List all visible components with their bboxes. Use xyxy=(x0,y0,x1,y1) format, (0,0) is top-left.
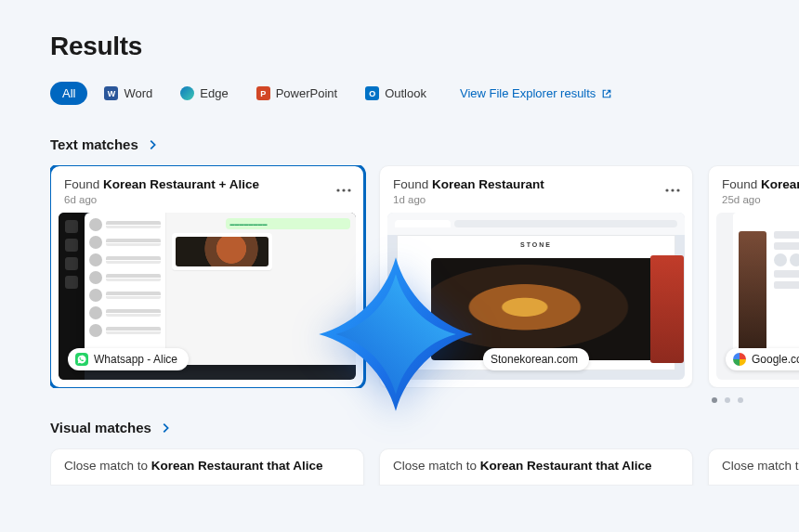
more-button[interactable] xyxy=(662,183,683,198)
filter-powerpoint-label: PowerPoint xyxy=(276,86,337,100)
card-head: Found Korean Restaurant + Alice 6d ago xyxy=(51,166,363,213)
visual-card-2[interactable]: Close match to K xyxy=(708,448,799,486)
filter-row: All W Word Edge P PowerPoint O Outlook V… xyxy=(50,82,799,105)
card-title: Found Korean Re xyxy=(722,177,799,191)
filter-all[interactable]: All xyxy=(50,82,87,105)
source-label: Google.co xyxy=(752,353,799,366)
source-pill: Stonekorean.com xyxy=(483,348,589,370)
filter-edge[interactable]: Edge xyxy=(169,82,239,105)
page-dot-1[interactable] xyxy=(725,397,730,403)
text-card-row: Found Korean Restaurant + Alice 6d ago xyxy=(50,165,799,388)
card-title-match: Korean Restaurant that Alice xyxy=(480,459,652,473)
visual-card-0[interactable]: Close match to Korean Restaurant that Al… xyxy=(50,448,364,486)
filter-word-label: Word xyxy=(124,86,152,100)
source-label: Whatsapp - Alice xyxy=(94,353,177,366)
visual-matches-heading[interactable]: Visual matches xyxy=(50,420,799,435)
card-thumbnail: Google.co xyxy=(716,213,799,380)
card-thumbnail: STONE Stonekorean.com xyxy=(387,213,685,380)
source-pill: Whatsapp - Alice xyxy=(68,348,189,370)
card-title-prefix: Close match to xyxy=(722,459,799,473)
card-title-prefix: Found xyxy=(393,177,432,191)
card-title-match: Korean Re xyxy=(761,177,799,191)
file-explorer-link-label: View File Explorer results xyxy=(460,86,596,100)
page-dot-0[interactable] xyxy=(712,397,717,403)
word-icon: W xyxy=(104,86,118,100)
card-title-match: Korean Restaurant + Alice xyxy=(103,177,259,191)
svg-point-5 xyxy=(676,188,679,191)
text-card-0[interactable]: Found Korean Restaurant + Alice 6d ago xyxy=(50,165,364,388)
visual-matches-section: Visual matches Close match to Korean Res… xyxy=(50,420,799,486)
svg-point-4 xyxy=(671,188,674,191)
card-title-prefix: Found xyxy=(722,177,761,191)
card-title-prefix: Found xyxy=(64,177,103,191)
pagination-dots[interactable] xyxy=(50,397,799,403)
card-title-match: Korean Restaurant that Alice xyxy=(151,459,323,473)
more-icon xyxy=(665,188,680,192)
card-thumbnail: ▬▬▬▬▬▬▬▬ Whatsapp - Alice xyxy=(59,213,356,380)
page-title: Results xyxy=(50,32,799,61)
filter-word[interactable]: W Word xyxy=(93,82,164,105)
filter-edge-label: Edge xyxy=(200,86,228,100)
filter-powerpoint[interactable]: P PowerPoint xyxy=(245,82,348,105)
text-card-2[interactable]: Found Korean Re 25d ago xyxy=(708,165,799,388)
filter-outlook[interactable]: O Outlook xyxy=(354,82,438,105)
text-matches-heading[interactable]: Text matches xyxy=(50,136,799,152)
external-link-icon xyxy=(601,88,612,99)
more-icon xyxy=(336,188,351,192)
outlook-icon: O xyxy=(365,86,379,100)
card-head: Found Korean Restaurant 1d ago xyxy=(380,166,692,213)
text-card-1[interactable]: Found Korean Restaurant 1d ago STONE Sto… xyxy=(379,165,693,388)
powerpoint-icon: P xyxy=(256,86,270,100)
site-brand: STONE xyxy=(520,241,552,248)
card-title: Found Korean Restaurant xyxy=(393,177,679,191)
more-button[interactable] xyxy=(334,183,354,198)
card-title-prefix: Close match to xyxy=(393,459,480,473)
visual-card-row: Close match to Korean Restaurant that Al… xyxy=(50,448,799,486)
chevron-right-icon xyxy=(146,138,159,151)
filter-outlook-label: Outlook xyxy=(385,86,426,100)
svg-point-1 xyxy=(342,188,345,191)
text-matches-label: Text matches xyxy=(50,136,138,152)
svg-point-2 xyxy=(347,188,350,191)
chevron-right-icon xyxy=(159,422,172,435)
card-title-match: Korean Restaurant xyxy=(432,177,544,191)
card-head: Found Korean Re 25d ago xyxy=(709,166,799,213)
whatsapp-icon xyxy=(75,353,88,366)
card-title-prefix: Close match to xyxy=(64,459,151,473)
svg-point-3 xyxy=(665,188,668,191)
results-page: Results All W Word Edge P PowerPoint O O… xyxy=(0,0,799,486)
view-file-explorer-link[interactable]: View File Explorer results xyxy=(460,86,612,100)
google-icon xyxy=(733,353,746,366)
source-pill: Google.co xyxy=(726,348,799,370)
page-dot-2[interactable] xyxy=(738,397,743,403)
visual-card-1[interactable]: Close match to Korean Restaurant that Al… xyxy=(379,448,693,486)
svg-point-0 xyxy=(336,188,339,191)
edge-icon xyxy=(180,86,194,100)
card-time: 1d ago xyxy=(393,194,679,205)
card-time: 6d ago xyxy=(64,194,350,205)
source-label: Stonekorean.com xyxy=(491,353,578,366)
card-time: 25d ago xyxy=(722,194,799,205)
visual-matches-label: Visual matches xyxy=(50,420,151,435)
card-title: Found Korean Restaurant + Alice xyxy=(64,177,350,191)
